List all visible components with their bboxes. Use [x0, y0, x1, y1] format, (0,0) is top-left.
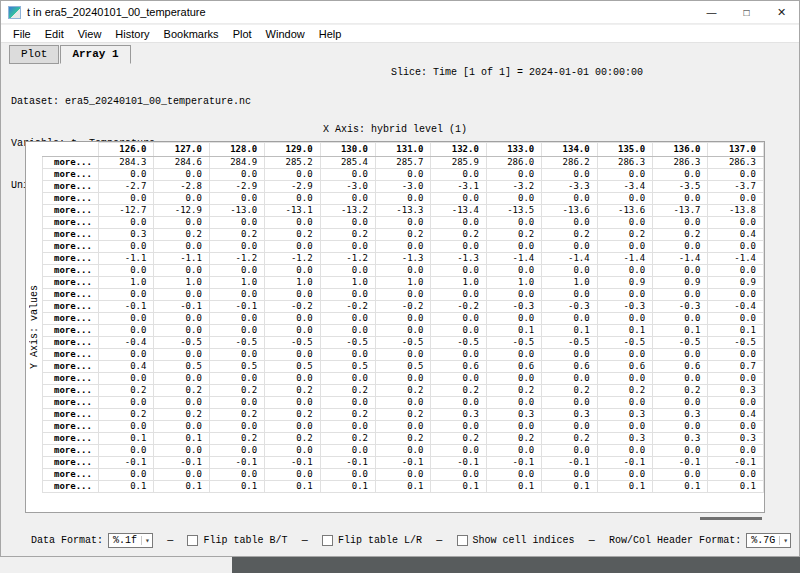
table-cell[interactable]: -0.3 [486, 301, 541, 313]
table-cell[interactable]: 0.0 [154, 325, 209, 337]
table-cell[interactable]: -12.7 [99, 205, 154, 217]
table-cell[interactable]: 0.0 [431, 289, 486, 301]
table-cell[interactable]: 0.0 [320, 325, 375, 337]
table-cell[interactable]: -1.2 [265, 253, 320, 265]
flip-lr-checkbox[interactable] [322, 535, 333, 546]
table-cell[interactable]: -2.8 [154, 181, 209, 193]
row-header-more[interactable]: more... [43, 385, 99, 397]
table-cell[interactable]: -13.7 [653, 205, 708, 217]
chevron-down-icon[interactable]: ▾ [141, 536, 150, 545]
table-cell[interactable]: 0.1 [708, 325, 764, 337]
table-cell[interactable]: 0.0 [154, 289, 209, 301]
table-cell[interactable]: -1.4 [708, 253, 764, 265]
table-cell[interactable]: 0.0 [154, 193, 209, 205]
table-cell[interactable]: 284.9 [209, 157, 264, 169]
table-cell[interactable]: 0.3 [486, 409, 541, 421]
row-header-more[interactable]: more... [43, 397, 99, 409]
table-cell[interactable]: 0.0 [376, 289, 431, 301]
row-header-more[interactable]: more... [43, 169, 99, 181]
table-cell[interactable]: 0.0 [320, 349, 375, 361]
table-cell[interactable]: 1.0 [154, 277, 209, 289]
table-cell[interactable]: 0.0 [542, 169, 597, 181]
table-cell[interactable]: 0.2 [542, 433, 597, 445]
table-cell[interactable]: 0.0 [597, 373, 652, 385]
table-cell[interactable]: 0.0 [708, 241, 764, 253]
table-cell[interactable]: 0.2 [265, 385, 320, 397]
table-cell[interactable]: -13.1 [265, 205, 320, 217]
table-cell[interactable]: 0.5 [320, 361, 375, 373]
table-cell[interactable]: 284.3 [99, 157, 154, 169]
table-cell[interactable]: 0.3 [542, 409, 597, 421]
table-cell[interactable]: 0.0 [431, 241, 486, 253]
table-cell[interactable]: 0.7 [708, 361, 764, 373]
menu-view[interactable]: View [71, 27, 109, 41]
table-cell[interactable]: -1.4 [653, 253, 708, 265]
table-cell[interactable]: 0.0 [265, 421, 320, 433]
table-cell[interactable]: 0.0 [320, 241, 375, 253]
table-cell[interactable]: 0.0 [99, 373, 154, 385]
table-cell[interactable]: 286.3 [597, 157, 652, 169]
table-cell[interactable]: -12.9 [154, 205, 209, 217]
table-cell[interactable]: 0.2 [542, 385, 597, 397]
table-cell[interactable]: 0.0 [376, 325, 431, 337]
table-cell[interactable]: 0.1 [376, 481, 431, 493]
table-cell[interactable]: 0.0 [265, 397, 320, 409]
table-cell[interactable]: 0.0 [542, 421, 597, 433]
table-cell[interactable]: 0.2 [209, 409, 264, 421]
table-cell[interactable]: 0.0 [154, 241, 209, 253]
table-cell[interactable]: 0.0 [320, 397, 375, 409]
table-cell[interactable]: 0.1 [431, 481, 486, 493]
table-cell[interactable]: -0.1 [708, 457, 764, 469]
table-cell[interactable]: 0.4 [99, 361, 154, 373]
table-cell[interactable]: 0.0 [653, 349, 708, 361]
table-cell[interactable]: 0.2 [99, 385, 154, 397]
table-cell[interactable]: 0.0 [320, 421, 375, 433]
table-cell[interactable]: 0.0 [431, 217, 486, 229]
table-cell[interactable]: 0.1 [486, 481, 541, 493]
table-cell[interactable]: 0.0 [209, 373, 264, 385]
table-cell[interactable]: 0.0 [542, 289, 597, 301]
table-cell[interactable]: 0.0 [265, 373, 320, 385]
table-cell[interactable]: -0.1 [99, 301, 154, 313]
table-cell[interactable]: -0.2 [431, 301, 486, 313]
table-cell[interactable]: 0.0 [486, 397, 541, 409]
table-cell[interactable]: -1.4 [542, 253, 597, 265]
table-cell[interactable]: 0.0 [431, 421, 486, 433]
row-header-more[interactable]: more... [43, 313, 99, 325]
table-cell[interactable]: 0.0 [265, 445, 320, 457]
table-cell[interactable]: -0.5 [597, 337, 652, 349]
table-cell[interactable]: -0.5 [431, 337, 486, 349]
table-cell[interactable]: -3.5 [653, 181, 708, 193]
table-cell[interactable]: 0.0 [653, 313, 708, 325]
table-cell[interactable]: 0.0 [209, 217, 264, 229]
table-cell[interactable]: 0.5 [209, 361, 264, 373]
row-header-more[interactable]: more... [43, 421, 99, 433]
table-cell[interactable]: 0.2 [154, 385, 209, 397]
table-cell[interactable]: 0.0 [376, 241, 431, 253]
data-format-combobox[interactable]: %.1f ▾ [108, 533, 153, 548]
table-cell[interactable]: -0.1 [99, 457, 154, 469]
table-cell[interactable]: -0.1 [209, 301, 264, 313]
table-cell[interactable]: -0.3 [542, 301, 597, 313]
row-header-more[interactable]: more... [43, 349, 99, 361]
table-cell[interactable]: 0.0 [486, 349, 541, 361]
table-cell[interactable]: 0.2 [431, 385, 486, 397]
table-cell[interactable]: 1.0 [99, 277, 154, 289]
table-cell[interactable]: 0.3 [597, 409, 652, 421]
table-cell[interactable]: 0.3 [653, 409, 708, 421]
table-cell[interactable]: -0.5 [265, 337, 320, 349]
table-cell[interactable]: 0.1 [99, 433, 154, 445]
table-cell[interactable]: 0.0 [486, 289, 541, 301]
table-cell[interactable]: 286.3 [708, 157, 764, 169]
table-cell[interactable]: 0.0 [209, 169, 264, 181]
table-cell[interactable]: -0.1 [154, 457, 209, 469]
table-cell[interactable]: 0.0 [99, 469, 154, 481]
table-cell[interactable]: 0.1 [154, 433, 209, 445]
table-cell[interactable]: 0.0 [376, 169, 431, 181]
table-cell[interactable]: 0.6 [542, 361, 597, 373]
table-cell[interactable]: 0.6 [486, 361, 541, 373]
table-cell[interactable]: 0.0 [708, 469, 764, 481]
row-header-more[interactable]: more... [43, 445, 99, 457]
table-cell[interactable]: 0.0 [542, 241, 597, 253]
table-cell[interactable]: 0.3 [708, 385, 764, 397]
